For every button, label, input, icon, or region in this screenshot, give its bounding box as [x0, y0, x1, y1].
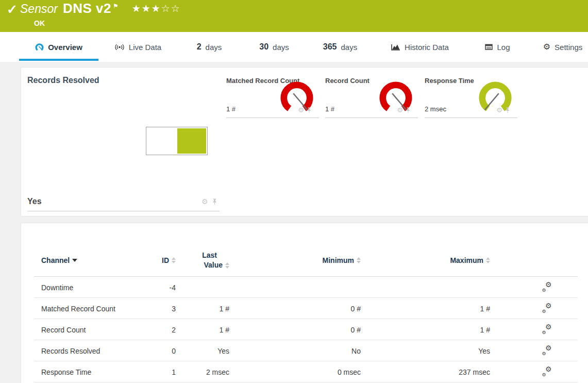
- sort-icon: [225, 262, 229, 269]
- gauge-tile-record-count: Record Count 1 # ⚙: [325, 75, 418, 127]
- sort-desc-icon: [72, 259, 77, 262]
- tab-2-days[interactable]: 2 days: [191, 32, 228, 62]
- table-row: Record Count 2 1 # 0 # 1 # ⚙ ⚙: [21, 319, 588, 340]
- tile-divider: [27, 211, 220, 211]
- tab-label: Overview: [48, 43, 82, 52]
- status-badge: OK: [34, 19, 45, 27]
- table-row: Matched Record Count 3 1 # 0 # 1 # ⚙ ⚙: [21, 298, 588, 319]
- sort-icon: [357, 257, 361, 263]
- column-header-minimum[interactable]: Minimum: [229, 256, 361, 264]
- tab-label: Historic Data: [405, 43, 449, 52]
- column-header-channel[interactable]: Channel: [41, 256, 144, 264]
- cell-last-value: Yes: [176, 347, 229, 355]
- pin-icon[interactable]: [505, 107, 510, 113]
- settings-icon: ⚙: [543, 43, 550, 51]
- cell-minimum: 0 #: [229, 326, 361, 334]
- records-resolved-chart-bar: [177, 128, 206, 154]
- ok-check-icon: ✓: [7, 2, 18, 17]
- cell-maximum: 237 msec: [361, 368, 490, 376]
- cell-channel: Response Time: [41, 368, 144, 376]
- channel-table-body: Downtime -4 ⚙ ⚙ Matched Record Count 3 1…: [21, 277, 588, 382]
- gauge-tile-response-time: Response Time 2 msec ⚙: [425, 75, 517, 127]
- cell-last-value: 1 #: [176, 326, 229, 334]
- tab-365-days[interactable]: 365 days: [317, 32, 363, 62]
- tab-label: days: [273, 43, 289, 52]
- channel-table-header: Channel ID Last Value Minimum Maximum: [21, 244, 588, 277]
- gauge-tile-matched-record-count: Matched Record Count 1 # ⚙: [226, 75, 319, 127]
- gauge-title: Response Time: [425, 77, 474, 85]
- tab-live-data[interactable]: Live Data: [106, 32, 170, 62]
- records-resolved-tile-title: Records Resolved: [27, 76, 99, 85]
- cell-id: 0: [144, 347, 176, 355]
- tab-log[interactable]: Log: [478, 32, 517, 62]
- channel-settings-gear-icon[interactable]: ⚙ ⚙: [542, 367, 552, 377]
- sensor-name: DNS v2: [63, 1, 111, 16]
- tab-historic-data[interactable]: Historic Data: [382, 32, 458, 62]
- channel-settings-gear-icon[interactable]: ⚙ ⚙: [542, 345, 552, 356]
- tile-divider: [325, 118, 418, 118]
- table-row: Response Time 1 2 msec 0 msec 237 msec ⚙…: [21, 361, 588, 382]
- sensor-type-label: Sensor: [20, 2, 58, 16]
- channel-settings-gear-icon[interactable]: ⚙ ⚙: [542, 303, 552, 314]
- tab-settings[interactable]: ⚙ Settings: [537, 32, 588, 62]
- priority-stars[interactable]: ★★★☆☆: [132, 3, 181, 14]
- cell-minimum: 0 #: [229, 305, 361, 313]
- cell-channel: Record Count: [41, 326, 144, 334]
- tab-number: 2: [197, 42, 201, 52]
- stars-empty: ☆☆: [161, 3, 181, 14]
- pin-icon[interactable]: [307, 107, 312, 113]
- channel-settings-gear-icon[interactable]: ⚙ ⚙: [542, 324, 552, 335]
- cell-minimum: 0 msec: [229, 368, 361, 376]
- sort-icon: [172, 257, 176, 263]
- historic-data-icon: [391, 43, 400, 51]
- cell-last-value: 2 msec: [176, 368, 229, 376]
- cell-channel: Records Resolved: [41, 347, 144, 355]
- gauge-value: 1 #: [226, 105, 236, 113]
- tab-number: 365: [323, 42, 337, 52]
- tile-divider: [425, 118, 517, 118]
- records-resolved-chart: [146, 127, 208, 155]
- tab-overview[interactable]: Overview: [19, 32, 98, 62]
- column-header-last-value[interactable]: Last Value: [176, 251, 229, 270]
- tab-number: 30: [259, 42, 268, 52]
- tab-label: days: [341, 43, 358, 52]
- flag-icon[interactable]: ⚑: [113, 3, 119, 10]
- gauge-value: 1 #: [325, 105, 334, 113]
- column-header-maximum[interactable]: Maximum: [361, 256, 490, 264]
- gear-icon[interactable]: ⚙: [201, 198, 208, 205]
- cell-last-value: 1 #: [176, 305, 229, 313]
- cell-id: 3: [144, 305, 176, 313]
- tab-label: Settings: [555, 43, 582, 52]
- pin-icon[interactable]: [212, 198, 217, 205]
- tab-label: Log: [497, 43, 510, 52]
- stars-filled: ★★★: [132, 3, 161, 14]
- gauge-icon: [35, 43, 44, 52]
- gauge-value: 2 msec: [425, 105, 446, 113]
- sensor-title-row: Sensor DNS v2 ⚑ ★★★☆☆: [20, 1, 181, 16]
- cell-id: -4: [144, 284, 176, 292]
- cell-id: 1: [144, 368, 176, 376]
- channel-table-panel: Channel ID Last Value Minimum Maximum: [21, 223, 588, 383]
- records-resolved-value: Yes: [27, 197, 42, 206]
- cell-id: 2: [144, 326, 176, 334]
- cell-minimum: No: [229, 347, 361, 355]
- table-row: Downtime -4 ⚙ ⚙: [21, 277, 588, 298]
- gear-icon[interactable]: ⚙: [397, 107, 403, 113]
- log-icon: [485, 44, 493, 50]
- tab-label: days: [206, 43, 222, 52]
- tab-bar: Overview Live Data 2 days 30 days 365 da…: [0, 32, 588, 62]
- column-header-id[interactable]: ID: [144, 256, 176, 264]
- tab-30-days[interactable]: 30 days: [254, 32, 295, 62]
- tab-label: Live Data: [129, 43, 161, 52]
- channel-settings-gear-icon[interactable]: ⚙ ⚙: [542, 282, 552, 293]
- gauge-title: Record Count: [325, 77, 369, 85]
- sort-icon: [486, 257, 490, 263]
- gear-icon[interactable]: ⚙: [298, 107, 304, 113]
- pin-icon[interactable]: [406, 107, 411, 113]
- overview-gauges-panel: Records Resolved Yes ⚙ Matched Record Co…: [21, 67, 588, 217]
- cell-maximum: 1 #: [361, 326, 490, 334]
- sensor-header: ✓ Sensor DNS v2 ⚑ ★★★☆☆ OK: [0, 0, 588, 32]
- gear-icon[interactable]: ⚙: [496, 107, 502, 113]
- table-row: Records Resolved 0 Yes No Yes ⚙ ⚙: [21, 340, 588, 361]
- live-data-icon: [114, 44, 125, 51]
